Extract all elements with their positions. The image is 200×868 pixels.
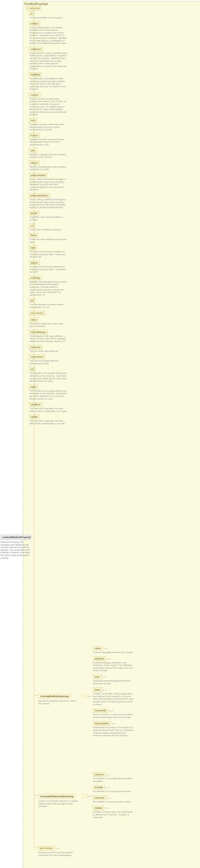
- child-narrower: narrower 0..∞An identifier of a more spe…: [93, 796, 134, 803]
- attribute-desc: The related value (see more in the spec …: [30, 322, 68, 328]
- group-desc: A group of properties required to indica…: [38, 800, 79, 808]
- occurrence: 0..∞: [87, 795, 92, 798]
- attribute-name: any ##other: [29, 311, 45, 315]
- attribute-name: pubconstrainturi: [29, 193, 50, 198]
- attribute-valueunit: valueunitThe unit of the value attribute…: [29, 345, 70, 353]
- attribute-name: type: [29, 245, 37, 250]
- attribute-validfrom: validfromThe date (and, optionally, the …: [29, 402, 70, 412]
- connector: [34, 695, 38, 696]
- attribute-desc: If set to true the corresponding propert…: [30, 98, 68, 116]
- child-element-desc: An identifier of a concept with equivale…: [93, 777, 134, 782]
- attribute-desc: A URI which identifies a concept.: [30, 228, 68, 231]
- child-element-name: broader: [93, 785, 105, 789]
- attribute-literal: literalA free-text value assigned as pro…: [29, 233, 70, 243]
- attribute-why: whyWhy the metadata has been included - …: [29, 148, 70, 158]
- child-hierarchyinfo: hierarchyInfo 0..∞Represents the positio…: [93, 721, 134, 737]
- attribute-name: validto: [29, 415, 39, 419]
- occurrence: 0..∞: [87, 695, 92, 698]
- child-element-desc: An identifier of a more specific concept…: [93, 801, 134, 803]
- attribute-desc: Why the metadata has been included - exp…: [30, 166, 68, 171]
- group-conceptdefinition: ConceptDefinitionGroup A group of proper…: [38, 694, 79, 705]
- attribute-validto: validtoThe date (and, optionally, the ti…: [29, 415, 70, 425]
- group-name: ConceptRelationshipsGroup: [38, 794, 76, 799]
- root-element-desc: Extension Property: the semantics are de…: [1, 541, 30, 559]
- attribute-desc: One or many constraints that apply to pu…: [30, 178, 68, 191]
- attribute-name: reluri: [29, 385, 38, 389]
- attribute-creator: creatorIf the property value is not defi…: [29, 21, 70, 45]
- attribute-name: valuedatatype: [29, 330, 48, 334]
- type-title: Flex2ExtPropType: [24, 2, 48, 5]
- attribute-custom: customIf set to true the corresponding p…: [29, 93, 70, 116]
- child-element-desc: An identifier of a more generic concept.: [93, 790, 134, 793]
- occurrence: 0..∞: [102, 676, 107, 678]
- connector: [31, 536, 33, 537]
- attribute-xmllang: xml:langSpecifies the language of this p…: [29, 276, 70, 297]
- attribute-desc: The unit of the value attribute - expres…: [30, 360, 68, 365]
- attribute-whyuri: whyuriWhy the metadata has been included…: [29, 161, 70, 171]
- child-element-name: sameAs: [93, 772, 105, 777]
- attribute-name: typeuri: [29, 260, 40, 265]
- attribute-name: why: [29, 148, 37, 153]
- child-element-desc: In NAR 1.8 and later, facet is deprecate…: [93, 692, 134, 706]
- occurrence: 0..∞: [109, 710, 113, 712]
- attribute-reluri: reluriThe identifier of a concept defini…: [29, 385, 70, 400]
- attribute-name: xml:lang: [29, 276, 42, 280]
- connector: [34, 796, 38, 796]
- child-element-name: narrower: [93, 796, 106, 800]
- attribute-name: modified: [29, 72, 42, 77]
- attribute-desc: The date (and, optionally, the time) bef…: [30, 407, 68, 412]
- attribute-qcode: qcodeA qualified code which identifies a…: [29, 211, 70, 221]
- attribute-howuri: howuriIndicates by which means the value…: [29, 133, 70, 146]
- child-definition: definition 0..∞A natural language defini…: [93, 656, 134, 672]
- child-element-desc: Additional natural language information …: [93, 680, 134, 685]
- attribute-desc: The local identifier of the property.: [30, 17, 68, 19]
- occurrence: 0..∞: [105, 807, 109, 809]
- attribute-desc: One or many constraints that apply to pu…: [30, 198, 68, 209]
- attribute-desc: If the property value is not defined, sp…: [30, 26, 68, 45]
- attribute-desc: The date (and, optionally, the time) aft…: [30, 420, 68, 425]
- attribute-valueunituri: valueunituriThe unit of the value attrib…: [29, 354, 70, 365]
- attribute-name: howuri: [29, 133, 40, 138]
- connector: [34, 8, 34, 847]
- attribute-name: validfrom: [29, 402, 42, 407]
- child-element-name: remoteInfo: [93, 708, 108, 713]
- any-element-desc: Extension point for provider-defined pro…: [38, 851, 79, 857]
- attribute-desc: A free-text value assigned as property v…: [30, 238, 68, 243]
- attribute-desc: The identifier of a concept defining the…: [30, 372, 68, 382]
- child-element-name: facet: [93, 687, 102, 692]
- attribute-value: valueThe related value (see more in the …: [29, 317, 70, 328]
- expand-icon[interactable]: [82, 794, 87, 798]
- child-element-desc: A natural language name for the concept.: [93, 651, 134, 654]
- attribute-valuedatatype: valuedatatypeThe datatype of the value a…: [29, 330, 70, 343]
- attribute-desc: The type of the concept assigned as cont…: [30, 250, 68, 258]
- child-element-name: name: [93, 646, 103, 651]
- attribute-name: valueunit: [29, 345, 42, 349]
- attribute-desc: The unit of the value attribute.: [30, 350, 68, 353]
- attribute-pubconstrainturi: pubconstrainturiOne or many constraints …: [29, 193, 70, 209]
- attribute-desc: A qualified code which identifies a conc…: [30, 216, 68, 221]
- child-element-desc: A link to an item or a web resource whic…: [93, 713, 134, 718]
- occurrence: 0..∞: [106, 773, 111, 776]
- expand-icon[interactable]: [82, 694, 87, 698]
- group-desc: A group of properties required to define…: [38, 700, 79, 705]
- attribute-name: how: [29, 118, 37, 123]
- root-element-name: contentMetaExtProperty: [1, 535, 31, 540]
- any-element: any ##other 0..∞ Extension point for pro…: [38, 846, 79, 857]
- occurrence: 0..∞: [111, 722, 116, 725]
- attribute-name: valueunituri: [29, 354, 45, 359]
- attribute-how: howIndicates by which means the value wa…: [29, 118, 70, 131]
- attribute-desc: The date (and, optionally, the time) whe…: [30, 78, 68, 91]
- attributes-block: ⊟ attributes idThe local identifier of t…: [26, 6, 70, 427]
- occurrence: 0..∞: [107, 797, 111, 799]
- attribute-desc: The type of the concept assigned as cont…: [30, 266, 68, 273]
- group-conceptrelationships: ConceptRelationshipsGroup A group of pro…: [38, 794, 79, 808]
- child-element-name: note: [93, 675, 101, 679]
- child-element-name: hierarchyInfo: [93, 721, 111, 726]
- occurrence: 0..∞: [107, 658, 111, 660]
- attributes-header-label: attributes: [30, 7, 40, 9]
- occurrence: 0..∞: [103, 647, 108, 650]
- child-name: name 0..∞A natural language name for the…: [93, 646, 134, 654]
- attribute-creatoruri: creatoruriIf the attribute is empty, spe…: [29, 47, 70, 70]
- attribute-desc: Why the metadata has been included - exp…: [30, 153, 68, 158]
- attribute-desc: If the attribute is empty, specifies whi…: [30, 52, 68, 70]
